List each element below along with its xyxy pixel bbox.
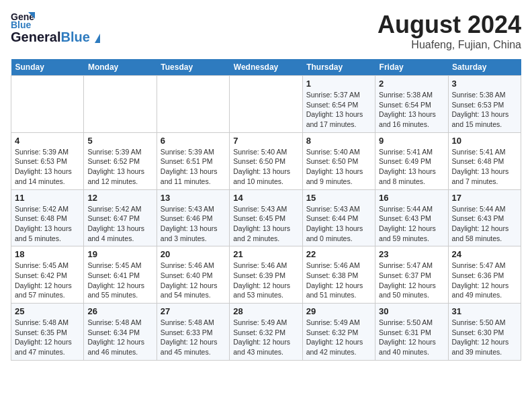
day-info: Sunrise: 5:49 AM Sunset: 6:32 PM Dayligh…	[233, 318, 298, 357]
day-number: 24	[452, 249, 517, 259]
day-info: Sunrise: 5:48 AM Sunset: 6:35 PM Dayligh…	[15, 318, 80, 357]
title-block: August 2024 Huafeng, Fujian, China	[378, 11, 521, 51]
day-number: 9	[379, 136, 444, 146]
day-number: 31	[452, 306, 517, 316]
day-number: 25	[15, 306, 80, 316]
calendar-cell	[230, 76, 302, 133]
day-number: 10	[452, 136, 517, 146]
calendar-cell: 31Sunrise: 5:50 AM Sunset: 6:30 PM Dayli…	[448, 304, 521, 361]
day-info: Sunrise: 5:39 AM Sunset: 6:52 PM Dayligh…	[87, 147, 152, 187]
day-info: Sunrise: 5:46 AM Sunset: 6:40 PM Dayligh…	[161, 261, 226, 300]
day-number: 29	[306, 306, 371, 316]
calendar-cell: 21Sunrise: 5:46 AM Sunset: 6:39 PM Dayli…	[230, 246, 302, 304]
calendar-cell: 27Sunrise: 5:48 AM Sunset: 6:33 PM Dayli…	[157, 304, 229, 361]
calendar-cell: 17Sunrise: 5:44 AM Sunset: 6:43 PM Dayli…	[448, 189, 521, 246]
calendar-cell: 16Sunrise: 5:44 AM Sunset: 6:43 PM Dayli…	[375, 189, 448, 246]
calendar-cell: 18Sunrise: 5:45 AM Sunset: 6:42 PM Dayli…	[11, 246, 84, 304]
calendar-cell: 12Sunrise: 5:42 AM Sunset: 6:47 PM Dayli…	[84, 189, 157, 246]
page-title: August 2024	[378, 11, 521, 39]
day-number: 1	[306, 79, 371, 89]
day-info: Sunrise: 5:42 AM Sunset: 6:48 PM Dayligh…	[15, 204, 80, 244]
day-info: Sunrise: 5:50 AM Sunset: 6:30 PM Dayligh…	[452, 318, 517, 357]
calendar-body: 1Sunrise: 5:37 AM Sunset: 6:54 PM Daylig…	[11, 76, 521, 361]
day-info: Sunrise: 5:39 AM Sunset: 6:51 PM Dayligh…	[161, 147, 226, 187]
day-number: 30	[379, 306, 444, 316]
day-info: Sunrise: 5:42 AM Sunset: 6:47 PM Dayligh…	[87, 204, 152, 244]
day-info: Sunrise: 5:44 AM Sunset: 6:43 PM Dayligh…	[379, 204, 444, 244]
calendar-cell	[84, 76, 157, 133]
day-number: 18	[15, 249, 80, 259]
calendar-cell: 1Sunrise: 5:37 AM Sunset: 6:54 PM Daylig…	[302, 76, 375, 133]
calendar-cell: 9Sunrise: 5:41 AM Sunset: 6:49 PM Daylig…	[375, 132, 448, 189]
calendar-cell: 5Sunrise: 5:39 AM Sunset: 6:52 PM Daylig…	[84, 132, 157, 189]
calendar-cell: 22Sunrise: 5:46 AM Sunset: 6:38 PM Dayli…	[302, 246, 375, 304]
day-info: Sunrise: 5:43 AM Sunset: 6:45 PM Dayligh…	[233, 204, 298, 244]
day-header-saturday: Saturday	[448, 59, 521, 76]
page-subtitle: Huafeng, Fujian, China	[378, 39, 521, 51]
calendar-header: SundayMondayTuesdayWednesdayThursdayFrid…	[11, 59, 521, 76]
day-info: Sunrise: 5:44 AM Sunset: 6:43 PM Dayligh…	[452, 204, 517, 244]
calendar-cell: 8Sunrise: 5:40 AM Sunset: 6:50 PM Daylig…	[302, 132, 375, 189]
logo-blue-text: Blue	[60, 30, 100, 45]
calendar-cell: 23Sunrise: 5:47 AM Sunset: 6:37 PM Dayli…	[375, 246, 448, 304]
logo: General Blue General Blue	[11, 11, 100, 45]
calendar-cell: 25Sunrise: 5:48 AM Sunset: 6:35 PM Dayli…	[11, 304, 84, 361]
day-number: 16	[379, 193, 444, 203]
day-number: 19	[87, 249, 152, 259]
day-number: 2	[379, 79, 444, 89]
calendar-cell: 11Sunrise: 5:42 AM Sunset: 6:48 PM Dayli…	[11, 189, 84, 246]
day-number: 14	[233, 193, 298, 203]
calendar-cell: 30Sunrise: 5:50 AM Sunset: 6:31 PM Dayli…	[375, 304, 448, 361]
day-number: 28	[233, 306, 298, 316]
day-number: 22	[306, 249, 371, 259]
day-header-tuesday: Tuesday	[157, 59, 229, 76]
day-number: 12	[87, 193, 152, 203]
day-header-thursday: Thursday	[302, 59, 375, 76]
day-number: 27	[161, 306, 226, 316]
calendar-cell: 15Sunrise: 5:43 AM Sunset: 6:44 PM Dayli…	[302, 189, 375, 246]
day-number: 26	[87, 306, 152, 316]
day-number: 3	[452, 79, 517, 89]
calendar-cell: 7Sunrise: 5:40 AM Sunset: 6:50 PM Daylig…	[230, 132, 302, 189]
logo-general-text: General	[11, 30, 60, 45]
day-header-friday: Friday	[375, 59, 448, 76]
day-info: Sunrise: 5:48 AM Sunset: 6:33 PM Dayligh…	[161, 318, 226, 357]
day-info: Sunrise: 5:46 AM Sunset: 6:38 PM Dayligh…	[306, 261, 371, 300]
day-info: Sunrise: 5:45 AM Sunset: 6:42 PM Dayligh…	[15, 261, 80, 300]
calendar-table: SundayMondayTuesdayWednesdayThursdayFrid…	[11, 59, 521, 361]
day-number: 23	[379, 249, 444, 259]
day-number: 17	[452, 193, 517, 203]
day-info: Sunrise: 5:39 AM Sunset: 6:53 PM Dayligh…	[15, 147, 80, 187]
day-info: Sunrise: 5:37 AM Sunset: 6:54 PM Dayligh…	[306, 90, 371, 130]
day-number: 11	[15, 193, 80, 203]
calendar-cell: 20Sunrise: 5:46 AM Sunset: 6:40 PM Dayli…	[157, 246, 229, 304]
calendar-cell: 13Sunrise: 5:43 AM Sunset: 6:46 PM Dayli…	[157, 189, 229, 246]
calendar-cell: 6Sunrise: 5:39 AM Sunset: 6:51 PM Daylig…	[157, 132, 229, 189]
day-header-wednesday: Wednesday	[230, 59, 302, 76]
day-number: 15	[306, 193, 371, 203]
day-info: Sunrise: 5:46 AM Sunset: 6:39 PM Dayligh…	[233, 261, 298, 300]
day-number: 6	[161, 136, 226, 146]
page-header: General Blue General Blue August 2024 Hu…	[11, 11, 521, 51]
calendar-cell	[11, 76, 84, 133]
calendar-cell: 14Sunrise: 5:43 AM Sunset: 6:45 PM Dayli…	[230, 189, 302, 246]
day-info: Sunrise: 5:49 AM Sunset: 6:32 PM Dayligh…	[306, 318, 371, 357]
day-info: Sunrise: 5:47 AM Sunset: 6:36 PM Dayligh…	[452, 261, 517, 300]
day-info: Sunrise: 5:47 AM Sunset: 6:37 PM Dayligh…	[379, 261, 444, 300]
logo-icon: General Blue	[11, 11, 35, 30]
calendar-cell: 2Sunrise: 5:38 AM Sunset: 6:54 PM Daylig…	[375, 76, 448, 133]
day-info: Sunrise: 5:48 AM Sunset: 6:34 PM Dayligh…	[87, 318, 152, 357]
day-number: 13	[161, 193, 226, 203]
day-number: 7	[233, 136, 298, 146]
day-info: Sunrise: 5:50 AM Sunset: 6:31 PM Dayligh…	[379, 318, 444, 357]
day-header-sunday: Sunday	[11, 59, 84, 76]
day-info: Sunrise: 5:41 AM Sunset: 6:48 PM Dayligh…	[452, 147, 517, 187]
day-info: Sunrise: 5:38 AM Sunset: 6:53 PM Dayligh…	[452, 90, 517, 130]
day-info: Sunrise: 5:38 AM Sunset: 6:54 PM Dayligh…	[379, 90, 444, 130]
calendar-cell: 26Sunrise: 5:48 AM Sunset: 6:34 PM Dayli…	[84, 304, 157, 361]
day-number: 4	[15, 136, 80, 146]
calendar-cell: 29Sunrise: 5:49 AM Sunset: 6:32 PM Dayli…	[302, 304, 375, 361]
day-info: Sunrise: 5:40 AM Sunset: 6:50 PM Dayligh…	[306, 147, 371, 187]
day-number: 20	[161, 249, 226, 259]
calendar-cell: 28Sunrise: 5:49 AM Sunset: 6:32 PM Dayli…	[230, 304, 302, 361]
